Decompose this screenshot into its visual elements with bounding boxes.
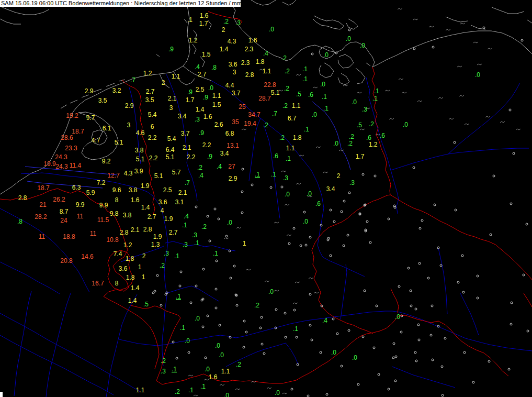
station-precip-value: 2.8 — [18, 194, 27, 202]
zero-station-icon — [421, 219, 423, 222]
station-precip-value: .3 — [183, 241, 188, 248]
station-precip-value: 1.4 — [141, 204, 150, 211]
station-precip-value: .1 — [187, 16, 193, 24]
terrain-mark — [413, 19, 418, 20]
terrain-mark — [500, 122, 505, 123]
station-precip-value: 3.5 — [145, 96, 154, 104]
station-precip-value: .0 — [285, 191, 290, 198]
river-line — [165, 241, 235, 251]
terrain-mark — [449, 118, 454, 119]
station-precip-value: 11 — [90, 230, 97, 237]
zero-station-icon — [472, 381, 474, 383]
station-precip-value: .0 — [275, 389, 280, 396]
zero-station-icon — [510, 203, 512, 205]
station-precip-value: 1.6 — [131, 196, 140, 204]
zero-station-icon — [296, 336, 298, 338]
station-precip-value: 10.8 — [106, 236, 119, 244]
zero-station-icon — [330, 255, 332, 257]
station-precip-value: 6.3 — [72, 184, 81, 191]
station-precip-value: .2 — [263, 122, 268, 129]
station-precip-value: 1.7 — [186, 96, 195, 104]
coastline — [366, 63, 370, 66]
station-precip-value: .0 — [312, 111, 317, 118]
station-precip-value: 1.1 — [286, 145, 295, 152]
zero-station-icon — [309, 293, 311, 295]
zero-station-icon — [284, 312, 286, 314]
terrain-mark — [357, 92, 361, 93]
station-precip-value: 2.7 — [198, 71, 207, 78]
title-bar: SAM 15.06.19 06:00 UTC Bodenwettermeldun… — [0, 0, 241, 7]
station-precip-value: .1 — [374, 87, 379, 95]
station-precip-value: 5.1 — [136, 156, 145, 163]
zero-station-icon — [362, 336, 364, 338]
station-precip-value: 2.7 — [146, 88, 155, 95]
station-precip-value: .0 — [195, 315, 200, 322]
zero-station-icon — [241, 212, 243, 214]
station-precip-value: 22.8 — [264, 81, 276, 89]
station-precip-value: .0 — [224, 392, 229, 397]
station-precip-value: 4.7 — [92, 137, 100, 144]
terrain-mark — [224, 238, 229, 239]
terrain-mark — [360, 129, 365, 130]
station-precip-value: .3 — [283, 174, 288, 182]
zero-station-icon — [326, 393, 328, 395]
station-precip-value: 1.9 — [141, 182, 150, 190]
station-precip-value: .7 — [130, 76, 135, 84]
terrain-mark — [417, 101, 422, 102]
zero-station-icon — [275, 308, 277, 311]
station-precip-value: .4 — [263, 50, 268, 57]
station-precip-value: .0 — [323, 51, 329, 59]
river-line — [448, 83, 520, 154]
river-line — [166, 286, 219, 301]
zero-station-icon — [509, 109, 511, 111]
station-precip-value: .0 — [320, 81, 325, 88]
zero-station-icon — [207, 215, 209, 217]
station-precip-value: .0 — [395, 313, 400, 321]
zero-station-icon — [180, 271, 182, 273]
zero-station-icon — [432, 46, 434, 48]
station-precip-value: .9 — [187, 89, 193, 96]
terrain-mark — [188, 375, 193, 376]
station-precip-value: .2 — [160, 262, 165, 269]
coastline — [346, 19, 358, 29]
station-precip-value: 3.6 — [159, 198, 167, 206]
station-precip-value: .1 — [293, 325, 298, 333]
station-precip-value: .0 — [208, 84, 213, 92]
station-precip-value: .1 — [372, 95, 378, 102]
station-precip-value: 1.4 — [196, 106, 205, 113]
station-precip-value: .4 — [217, 163, 222, 170]
zero-station-icon — [195, 206, 197, 208]
station-precip-value: 26.2 — [53, 196, 65, 203]
station-precip-value: 28.6 — [61, 134, 73, 141]
river-line — [14, 291, 31, 396]
station-precip-value: 1.5 — [202, 51, 211, 58]
zero-station-icon — [215, 288, 217, 290]
zero-station-icon — [190, 302, 192, 304]
station-precip-value: 12.7 — [107, 172, 120, 179]
station-precip-value: 18.8 — [63, 233, 75, 240]
zero-station-icon — [241, 191, 243, 193]
station-precip-value: 2 — [222, 26, 225, 34]
zero-station-icon — [285, 336, 287, 338]
station-precip-value: 9.7 — [86, 114, 95, 122]
station-precip-value: .2 — [223, 18, 229, 25]
station-precip-value: .0 — [403, 121, 408, 128]
zero-station-icon — [418, 262, 421, 264]
station-precip-value: .4 — [195, 63, 200, 71]
station-precip-value: 4.6 — [136, 129, 145, 137]
station-precip-value: .3 — [161, 368, 166, 375]
terrain-mark — [242, 129, 246, 130]
zero-station-icon — [369, 241, 371, 244]
zero-station-icon — [341, 211, 343, 213]
station-precip-value: .9 — [203, 94, 208, 101]
zero-station-icon — [214, 208, 216, 210]
station-precip-value: .1 — [302, 75, 308, 83]
station-precip-value: 19.2 — [66, 112, 78, 119]
zero-station-icon — [179, 285, 181, 287]
coastline — [193, 44, 196, 54]
station-precip-value: 1 — [142, 273, 145, 281]
station-precip-value: 6.7 — [288, 115, 297, 122]
station-precip-value: 1.1 — [221, 368, 230, 375]
station-precip-value: 2.3 — [241, 59, 250, 67]
zero-station-icon — [432, 359, 434, 361]
